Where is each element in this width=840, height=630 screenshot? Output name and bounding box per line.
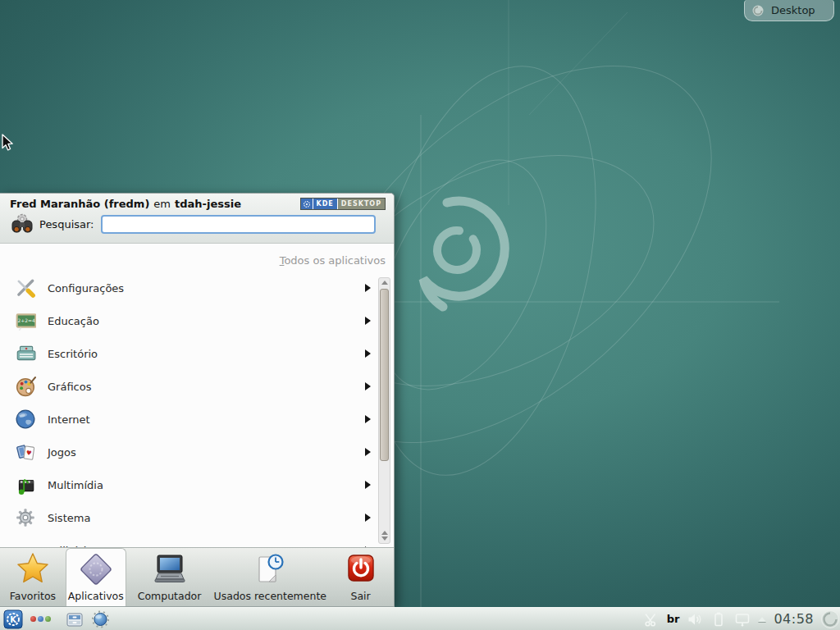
recent-document-clock-icon [251,550,289,588]
category-games[interactable]: ♥ Jogos [0,436,394,468]
title-conjunction: em [153,198,171,210]
tab-applications[interactable]: Aplicativos [66,548,126,606]
category-education[interactable]: 2+2=4 Educação [0,304,394,337]
games-cards-icon: ♥ [14,441,37,463]
debian-swirl [423,201,504,307]
mouse-cursor [2,134,15,152]
settings-tools-icon [14,277,37,299]
taskbar-panel: K [0,607,840,630]
kde-gear-icon [301,199,313,209]
device-notifier-icon[interactable] [734,611,751,628]
star-icon [14,550,52,588]
submenu-arrow-icon [365,349,371,358]
pager-dot-red[interactable] [30,616,36,622]
category-office[interactable]: Escritório [0,337,394,370]
panel-cashew-icon[interactable] [819,609,840,630]
category-internet[interactable]: Internet [0,403,394,436]
file-cabinet-launcher[interactable] [66,610,84,628]
tab-leave[interactable]: Sair [327,548,394,606]
scroll-up-icon[interactable] [381,531,388,535]
category-multimedia[interactable]: Multimídia [0,468,394,501]
keyboard-layout-indicator[interactable]: br [667,613,680,625]
breadcrumb[interactable]: Todos os aplicativos [0,244,394,268]
education-chalkboard-icon: 2+2=4 [14,310,37,331]
launcher-body: Todos os aplicativos Configurações [0,244,394,548]
clipboard-scissors-icon[interactable] [643,611,660,628]
desktop: Desktop Fred Maranhão (fredm) em tdah-je… [0,0,840,630]
power-leave-icon [342,550,380,588]
blue-sphere-icon [91,609,110,628]
search-binoculars-icon [10,212,34,236]
plasma-cashew-icon [751,4,765,17]
badge-desktop-label: DESKTOP [338,199,385,209]
category-settings[interactable]: Configurações [0,272,394,304]
category-utilities[interactable]: Utilitários [0,534,394,548]
host-name: tdah-jessie [175,198,241,210]
pager-dot-green[interactable] [45,616,51,622]
user-name: Fred Maranhão (fredm) [10,198,149,210]
submenu-arrow-icon [365,514,371,522]
laptop-icon [151,550,189,588]
internet-globe-icon [14,409,37,430]
digital-clock[interactable]: 04:58 [774,611,814,627]
scrollbar-thumb[interactable] [380,289,389,461]
category-list: Configurações 2+2=4 Educação [0,272,394,548]
system-sphere-launcher[interactable] [91,609,110,628]
submenu-arrow-icon [365,317,371,325]
submenu-arrow-icon [365,382,371,390]
scroll-up-icon[interactable] [381,281,388,285]
volume-icon[interactable] [687,611,703,628]
submenu-arrow-icon [365,415,371,423]
category-graphics[interactable]: Gráficos [0,370,394,403]
launcher-header: Fred Maranhão (fredm) em tdah-jessie KDE… [0,194,394,244]
svg-text:2+2=4: 2+2=4 [17,317,35,323]
desktop-toolbox[interactable]: Desktop [744,0,834,21]
kde-desktop-badge: KDE DESKTOP [300,198,386,210]
tray-expander-icon[interactable] [758,617,766,622]
category-system[interactable]: Sistema [0,501,394,534]
badge-kde-label: KDE [313,199,338,209]
multimedia-note-icon [14,474,37,495]
graphics-palette-icon [14,376,37,397]
submenu-arrow-icon [365,448,371,456]
system-tray: br 04:58 [643,609,838,630]
file-cabinet-icon [66,610,84,628]
list-scrollbar[interactable] [378,277,390,544]
launcher-tab-bar: Favoritos Aplicativos [0,547,394,606]
toolbox-label: Desktop [771,4,815,16]
kickoff-launcher: Fred Maranhão (fredm) em tdah-jessie KDE… [0,193,395,607]
kickoff-menu-button[interactable]: K [3,609,23,629]
system-gear-icon [14,507,37,528]
submenu-arrow-icon [365,481,371,489]
office-typewriter-icon [14,343,37,364]
kde-k-gear-icon: K [3,609,23,629]
applications-diamond-icon [77,550,115,588]
tab-recently-used[interactable]: Usados recentemente [212,548,327,606]
battery-icon[interactable] [710,611,727,628]
search-row: Pesquisar: [10,212,386,236]
submenu-arrow-icon [365,284,371,292]
launcher-title: Fred Maranhão (fredm) em tdah-jessie KDE… [10,198,386,210]
search-label: Pesquisar: [39,218,94,231]
svg-text:K: K [10,614,17,623]
pager-dot-blue[interactable] [38,616,43,622]
search-input[interactable] [101,215,377,234]
tab-computer[interactable]: Computador [126,548,213,606]
tab-favorites[interactable]: Favoritos [0,548,66,606]
activity-pager[interactable] [30,616,51,622]
scroll-down-icon[interactable] [381,536,388,541]
